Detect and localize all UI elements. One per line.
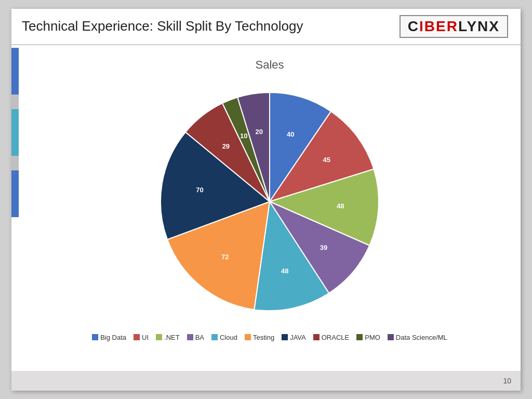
legend-label: JAVA xyxy=(290,334,306,341)
legend-label: ORACLE xyxy=(322,334,349,341)
logo-text: C xyxy=(408,18,419,34)
legend-label: Testing xyxy=(253,334,274,341)
legend-item-ui: UI xyxy=(134,334,149,341)
sidebar-block-1 xyxy=(11,48,19,95)
pie-label-ba: 39 xyxy=(320,244,327,251)
chart-area: 40454839487270291020 xyxy=(145,77,394,326)
legend-item-big-data: Big Data xyxy=(92,334,126,341)
sidebar-block-5 xyxy=(11,170,19,217)
sidebar xyxy=(11,48,19,370)
pie-chart: 40454839487270291020 xyxy=(145,77,394,326)
legend-color-box xyxy=(313,334,320,340)
legend-label: Cloud xyxy=(220,334,237,341)
main-content: Sales 40454839487270291020 Big DataUI.NE… xyxy=(19,48,521,370)
legend-item-oracle: ORACLE xyxy=(313,334,349,341)
pie-label-testing: 72 xyxy=(221,253,229,261)
page-title: Technical Experience: Skill Split By Tec… xyxy=(22,18,303,34)
legend-label: PMO xyxy=(365,334,380,341)
chart-title: Sales xyxy=(255,58,284,72)
legend-item-data-science/ml: Data Science/ML xyxy=(388,334,447,341)
pie-label-big-data: 40 xyxy=(287,130,294,138)
pie-label-data-science/ml: 20 xyxy=(255,128,262,136)
legend-color-box xyxy=(388,334,394,340)
legend-color-box xyxy=(187,334,193,340)
pie-label-oracle: 29 xyxy=(222,142,230,150)
legend-color-box xyxy=(356,334,363,340)
page-number: 10 xyxy=(503,377,511,385)
legend-item-java: JAVA xyxy=(282,334,306,341)
legend-item-.net: .NET xyxy=(156,334,180,341)
legend-label: UI xyxy=(142,334,149,341)
legend-color-box xyxy=(282,334,288,340)
slide: Technical Experience: Skill Split By Tec… xyxy=(11,9,521,391)
sidebar-block-4 xyxy=(11,156,19,170)
footer: 10 xyxy=(11,371,521,391)
legend: Big DataUI.NETBACloudTestingJAVAORACLEPM… xyxy=(92,334,447,341)
legend-color-box xyxy=(156,334,162,340)
pie-label-ui: 45 xyxy=(323,155,330,163)
legend-label: .NET xyxy=(164,334,180,341)
legend-label: Big Data xyxy=(100,334,126,341)
legend-item-ba: BA xyxy=(187,334,204,341)
legend-label: Data Science/ML xyxy=(396,334,447,341)
pie-label-pmo: 10 xyxy=(240,131,247,139)
legend-color-box xyxy=(134,334,140,340)
pie-label-.net: 48 xyxy=(337,202,344,209)
legend-label: BA xyxy=(195,334,204,341)
legend-item-testing: Testing xyxy=(245,334,274,341)
sidebar-block-2 xyxy=(11,95,19,109)
sidebar-block-3 xyxy=(11,109,19,156)
legend-item-pmo: PMO xyxy=(356,334,380,341)
legend-item-cloud: Cloud xyxy=(211,334,237,341)
legend-color-box xyxy=(92,334,98,340)
header: Technical Experience: Skill Split By Tec… xyxy=(11,9,521,45)
legend-color-box xyxy=(211,334,218,340)
legend-color-box xyxy=(245,334,251,340)
pie-label-java: 70 xyxy=(196,186,203,194)
logo: CIBERLYNX xyxy=(400,15,508,38)
pie-label-cloud: 48 xyxy=(281,267,288,275)
